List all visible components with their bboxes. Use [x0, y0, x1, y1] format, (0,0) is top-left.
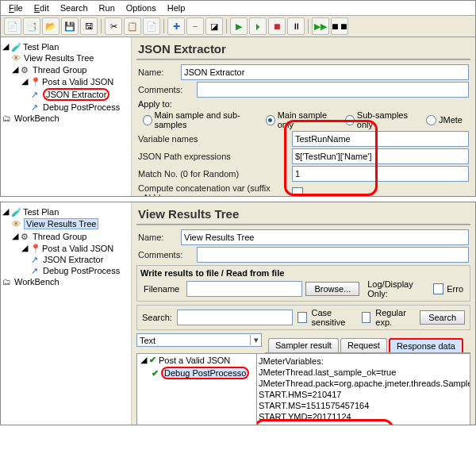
menu-file[interactable]: FFileile: [4, 2, 28, 13]
json-path-input[interactable]: [292, 148, 469, 164]
match-no-label: Match No. (0 for Random): [138, 169, 289, 179]
menu-run[interactable]: Run: [94, 2, 120, 13]
apply-to-label: Apply to:: [138, 99, 172, 109]
jmeter-window-top: FFileile Edit Search Run Options Help 📄 …: [0, 0, 476, 197]
comments-input[interactable]: [197, 247, 469, 263]
extractor-panel: JSON Extractor Name: Comments: Apply to:…: [132, 37, 475, 196]
tree-json-extractor[interactable]: JSON Extractor: [43, 88, 109, 101]
var-names-label: Variable names: [138, 134, 289, 144]
new-icon[interactable]: 📄: [4, 17, 21, 35]
tree-test-plan[interactable]: Test Plan: [23, 207, 59, 217]
json-path-label: JSON Path expressions: [138, 152, 289, 161]
tree-view-results[interactable]: View Results Tree: [24, 53, 94, 63]
tree-workbench[interactable]: WorkBench: [14, 277, 60, 287]
tree-view-results-selected[interactable]: View Results Tree: [24, 218, 98, 229]
panel-title: View Results Tree: [133, 204, 474, 224]
tab-response-data[interactable]: Response data: [389, 338, 463, 352]
collapse-icon[interactable]: −: [186, 17, 204, 35]
write-results-group: Write results to file / Read from file F…: [136, 265, 470, 302]
eye-icon: 👁: [12, 219, 21, 229]
search-input[interactable]: [177, 310, 293, 325]
success-icon: ✔: [152, 368, 159, 379]
copy-icon[interactable]: 📋: [124, 17, 141, 35]
menu-options[interactable]: Options: [121, 2, 161, 13]
success-icon: ✔: [149, 355, 156, 365]
remote-stop-icon[interactable]: ⏹⏹: [331, 17, 348, 35]
radio-main-sub[interactable]: Main sample and sub-samples: [143, 110, 256, 129]
search-label: Search:: [142, 313, 172, 322]
renderer-dropdown[interactable]: Text▾: [136, 333, 262, 347]
paste-icon[interactable]: 📄: [143, 17, 160, 35]
log-display-label: Log/Display Only:: [367, 279, 430, 298]
menubar: FFileile Edit Search Run Options Help: [1, 1, 475, 16]
wand-icon: ↗: [31, 255, 40, 264]
cut-icon[interactable]: ✂: [105, 17, 122, 35]
tree-workbench[interactable]: WorkBench: [14, 113, 60, 123]
shutdown-icon[interactable]: ⏸: [287, 17, 305, 35]
save-as-icon[interactable]: 🖫: [80, 17, 98, 35]
regex-checkbox[interactable]: [362, 312, 371, 323]
radio-sub-only[interactable]: Sub-samples only: [345, 110, 416, 129]
test-tree-2: ◢🧪Test Plan 👁View Results Tree ◢⚙Thread …: [1, 202, 132, 425]
chevron-down-icon: ▾: [250, 335, 259, 345]
gear-icon: ⚙: [21, 232, 30, 241]
toolbar: 📄 📑 📂 💾 🖫 ✂ 📋 📄 ✚ − ◪ ▶ ⏵ ⏹ ⏸ ▶▶ ⏹⏹: [1, 16, 475, 37]
comments-label: Comments:: [138, 85, 194, 94]
save-icon[interactable]: 💾: [61, 17, 79, 35]
flask-icon: 🧪: [11, 207, 21, 217]
wand-icon: ↗: [31, 266, 40, 275]
start-no-timers-icon[interactable]: ⏵: [249, 17, 267, 35]
menu-search[interactable]: Search: [56, 2, 93, 13]
case-sensitive-checkbox[interactable]: [298, 312, 307, 323]
test-tree: ◢🧪Test Plan 👁View Results Tree ◢⚙Thread …: [1, 37, 132, 196]
concat-checkbox[interactable]: [292, 187, 303, 196]
search-button[interactable]: Search: [420, 310, 465, 325]
concat-label: Compute concatenation var (suffix _ALL): [138, 183, 289, 196]
menu-help[interactable]: Help: [163, 2, 190, 13]
tree-debug-post[interactable]: Debug PostProcess: [43, 102, 120, 112]
tab-request[interactable]: Request: [340, 338, 387, 352]
eye-icon: 👁: [12, 53, 21, 63]
name-label: Name:: [138, 67, 178, 77]
tree-post-valid[interactable]: Post a Valid JSON: [42, 77, 113, 87]
errors-checkbox[interactable]: [433, 283, 443, 294]
wand-icon: ↗: [31, 90, 40, 99]
tree-post-valid[interactable]: Post a Valid JSON: [42, 244, 113, 253]
filename-label: Filename: [144, 284, 183, 294]
comments-input[interactable]: [197, 82, 469, 98]
result-post-valid[interactable]: Post a Valid JSON: [159, 356, 230, 365]
radio-main-only[interactable]: Main sample only: [266, 110, 336, 129]
flask-icon: 🧪: [11, 42, 21, 52]
menu-edit[interactable]: Edit: [29, 2, 54, 13]
comments-label: Comments:: [138, 250, 194, 260]
gear-icon: ⚙: [21, 65, 30, 75]
result-debug-post[interactable]: Debug PostProcesso: [161, 367, 249, 379]
tab-sampler-result[interactable]: Sampler result: [268, 338, 339, 352]
browse-button[interactable]: Browse...: [305, 282, 359, 296]
var-names-input[interactable]: [292, 131, 469, 147]
stop-icon[interactable]: ⏹: [268, 17, 286, 35]
templates-icon[interactable]: 📑: [23, 17, 40, 35]
expand-icon[interactable]: ✚: [167, 17, 185, 35]
filename-input[interactable]: [186, 281, 302, 297]
jmeter-window-bottom: ◢🧪Test Plan 👁View Results Tree ◢⚙Thread …: [0, 202, 476, 425]
workbench-icon: 🗂: [2, 277, 12, 287]
match-no-input[interactable]: [292, 166, 469, 182]
wand-icon: ↗: [31, 102, 40, 112]
start-icon[interactable]: ▶: [230, 17, 248, 35]
tree-json-extractor[interactable]: JSON Extractor: [43, 255, 103, 264]
tree-thread-group[interactable]: Thread Group: [33, 65, 86, 75]
tree-thread-group[interactable]: Thread Group: [33, 232, 86, 241]
open-icon[interactable]: 📂: [42, 17, 60, 35]
radio-jmeter-var[interactable]: JMete: [426, 115, 463, 125]
response-text: JMeterVariables: JMeterThread.last_sampl…: [257, 354, 470, 425]
toggle-icon[interactable]: ◪: [205, 17, 223, 35]
tree-debug-post[interactable]: Debug PostProcess: [43, 266, 120, 275]
remote-start-icon[interactable]: ▶▶: [312, 17, 329, 35]
name-input[interactable]: [181, 229, 469, 245]
name-label: Name:: [138, 233, 178, 242]
panel-title: JSON Extractor: [133, 39, 474, 59]
tree-test-plan[interactable]: Test Plan: [23, 42, 59, 52]
workbench-icon: 🗂: [2, 113, 12, 123]
name-input[interactable]: [181, 64, 469, 80]
